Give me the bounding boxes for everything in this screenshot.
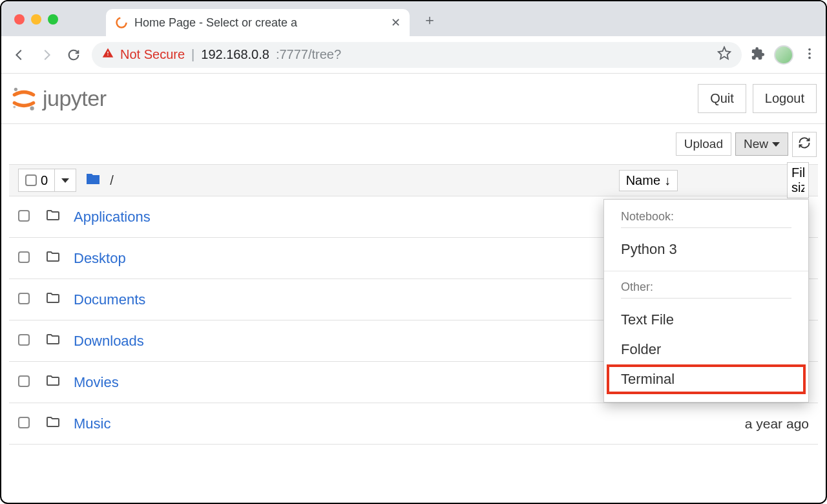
svg-point-5 [30,106,34,110]
bookmark-icon[interactable] [717,46,731,63]
folder-icon [45,207,61,227]
window-zoom-icon[interactable] [48,14,58,25]
arrow-down-icon: ↓ [664,173,671,188]
folder-icon [45,249,61,268]
sort-size-button[interactable]: File size [787,162,809,198]
row-checkbox[interactable] [18,251,30,263]
dropdown-item-python3[interactable]: Python 3 [604,235,808,264]
row-checkbox[interactable] [18,210,30,222]
folder-icon [45,331,61,351]
forward-button[interactable] [37,46,56,64]
new-dropdown-button[interactable]: New [735,132,788,156]
new-button-label: New [744,137,768,151]
folder-icon [45,290,61,310]
browser-toolbar: Not Secure | 192.168.0.8:7777/tree? [1,36,826,74]
close-tab-icon[interactable]: ✕ [391,16,401,30]
file-name[interactable]: Documents [74,291,145,308]
window-close-icon[interactable] [14,14,25,25]
file-name[interactable]: Downloads [74,333,144,350]
upload-button[interactable]: Upload [676,132,731,156]
folder-icon [45,414,61,434]
not-secure-label: Not Secure [120,47,185,62]
dropdown-item-textfile[interactable]: Text File [604,305,808,335]
reload-button[interactable] [65,46,83,64]
caret-down-icon [772,142,780,147]
svg-point-4 [14,87,17,90]
profile-avatar[interactable] [774,45,793,65]
select-dropdown[interactable] [54,169,76,191]
window-controls [14,14,58,25]
row-checkbox[interactable] [18,375,30,387]
quit-button[interactable]: Quit [698,84,746,113]
divider [621,227,791,228]
jupyter-header: jupyter Quit Logout [1,74,826,124]
window-minimize-icon[interactable] [31,14,41,25]
browser-tab[interactable]: Home Page - Select or create a ✕ [106,9,410,36]
warning-icon [102,47,114,62]
file-name[interactable]: Applications [74,209,151,226]
new-tab-button[interactable]: ＋ [423,10,437,30]
jupyter-logo[interactable]: jupyter [10,85,107,112]
new-dropdown-menu: Notebook: Python 3 Other: Text File Fold… [603,199,809,403]
file-name[interactable]: Music [74,415,110,432]
sort-name-button[interactable]: Name ↓ [619,170,678,191]
address-bar[interactable]: Not Secure | 192.168.0.8:7777/tree? [92,42,742,68]
dropdown-heading-notebook: Notebook: [604,207,808,227]
svg-point-3 [808,56,811,59]
file-modified: a year ago [745,416,809,432]
dropdown-heading-other: Other: [604,278,808,298]
file-row[interactable]: Music a year ago [9,403,818,445]
file-name[interactable]: Desktop [74,250,126,267]
browser-tab-strip: Home Page - Select or create a ✕ ＋ [1,1,826,36]
back-button[interactable] [10,46,28,64]
extensions-icon[interactable] [751,47,765,63]
dropdown-item-folder[interactable]: Folder [604,335,808,364]
selected-count: 0 [41,173,48,188]
file-name[interactable]: Movies [74,374,119,391]
row-checkbox[interactable] [18,293,30,304]
svg-point-2 [808,52,811,55]
svg-point-0 [117,18,127,28]
logout-button[interactable]: Logout [753,84,817,113]
address-path: :7777/tree? [276,47,341,62]
breadcrumb-root[interactable]: / [110,173,114,188]
jupyter-logo-text: jupyter [43,86,107,111]
address-host: 192.168.0.8 [201,47,269,62]
select-all-checkbox[interactable] [25,174,37,186]
row-checkbox[interactable] [18,417,30,428]
caret-down-icon [61,178,69,183]
file-list-header: 0 / Name ↓ Last Modified File size [9,164,818,196]
address-separator: | [191,47,194,62]
select-all-group[interactable]: 0 [18,169,76,192]
sort-label: Name [626,173,660,188]
jupyter-logo-icon [10,85,37,112]
tab-title: Home Page - Select or create a [134,16,384,30]
dropdown-item-terminal[interactable]: Terminal [607,364,806,394]
folder-icon[interactable] [85,171,101,190]
action-bar: Upload New [1,124,826,164]
jupyter-favicon-icon [115,16,128,29]
divider [621,298,791,299]
svg-point-6 [13,105,16,108]
folder-icon [45,373,61,392]
svg-point-1 [808,48,811,50]
divider [604,271,808,271]
row-checkbox[interactable] [18,334,30,346]
browser-menu-icon[interactable] [802,47,817,63]
refresh-button[interactable] [792,132,817,157]
